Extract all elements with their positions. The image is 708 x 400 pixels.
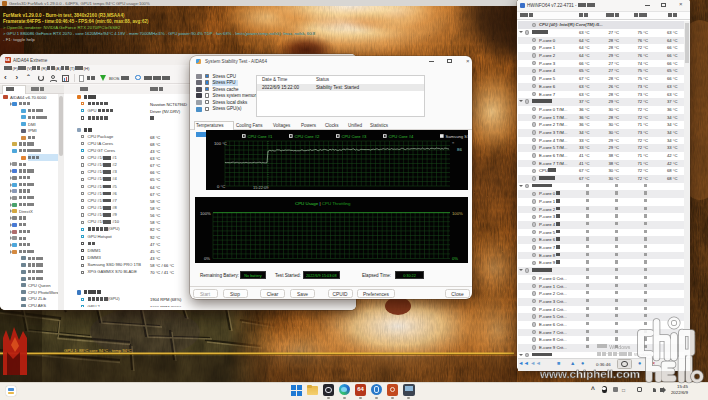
svg-text:100%: 100% (200, 210, 211, 215)
svg-text:CPU Usage | CPU Throttling: CPU Usage | CPU Throttling (295, 200, 351, 205)
svg-text:CPU Core #2: CPU Core #2 (295, 134, 321, 139)
svg-text:86: 86 (457, 147, 462, 152)
svg-text:0%: 0% (452, 255, 458, 260)
svg-text:15:22:09: 15:22:09 (253, 185, 269, 190)
svg-text:CPU Core #3: CPU Core #3 (342, 134, 368, 139)
svg-text:0%: 0% (204, 255, 210, 260)
svg-text:100 °C: 100 °C (214, 141, 227, 146)
svg-text:CPU Core #4: CPU Core #4 (389, 134, 415, 139)
svg-text:Samsung SSD 980 PRO 1TB: Samsung SSD 980 PRO 1TB (446, 134, 469, 139)
svg-text:0 °C: 0 °C (217, 184, 225, 189)
svg-text:www.chiphell.com: www.chiphell.com (539, 368, 640, 380)
svg-text:CPU Core #1: CPU Core #1 (248, 134, 274, 139)
svg-text:100%: 100% (452, 210, 463, 215)
